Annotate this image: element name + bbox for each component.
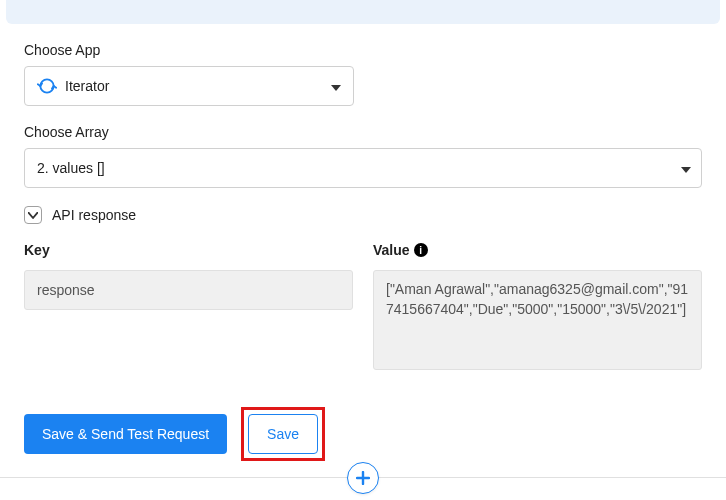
key-value-columns: Key Value i: [24, 242, 702, 373]
choose-array-label: Choose Array: [24, 124, 702, 140]
app-select[interactable]: Iterator: [24, 66, 354, 106]
top-header-bar: [6, 0, 720, 24]
save-send-test-button[interactable]: Save & Send Test Request: [24, 414, 227, 454]
value-label: Value i: [373, 242, 702, 258]
key-label: Key: [24, 242, 353, 258]
info-icon[interactable]: i: [414, 243, 428, 257]
key-column: Key: [24, 242, 353, 373]
main-panel: Choose App Iterator Choose Array 2. valu…: [0, 24, 726, 500]
caret-down-icon: [681, 160, 691, 176]
app-select-value: Iterator: [65, 78, 341, 94]
save-button[interactable]: Save: [248, 414, 318, 454]
value-label-text: Value: [373, 242, 410, 258]
plus-icon: [356, 471, 370, 485]
button-row: Save & Send Test Request Save: [24, 407, 702, 461]
value-textarea[interactable]: [373, 270, 702, 370]
api-response-checkbox[interactable]: [24, 206, 42, 224]
save-highlight: Save: [241, 407, 325, 461]
caret-down-icon: [331, 78, 341, 94]
choose-app-label: Choose App: [24, 42, 702, 58]
value-column: Value i: [373, 242, 702, 373]
key-input[interactable]: [24, 270, 353, 310]
array-select-value: 2. values []: [37, 160, 105, 176]
api-response-label: API response: [52, 207, 136, 223]
choose-array-section: Choose Array 2. values []: [24, 124, 702, 188]
array-select[interactable]: 2. values []: [24, 148, 702, 188]
api-response-row: API response: [24, 206, 702, 224]
choose-app-section: Choose App Iterator: [24, 42, 702, 106]
iterator-icon: [37, 76, 57, 96]
add-step-button[interactable]: [347, 462, 379, 494]
